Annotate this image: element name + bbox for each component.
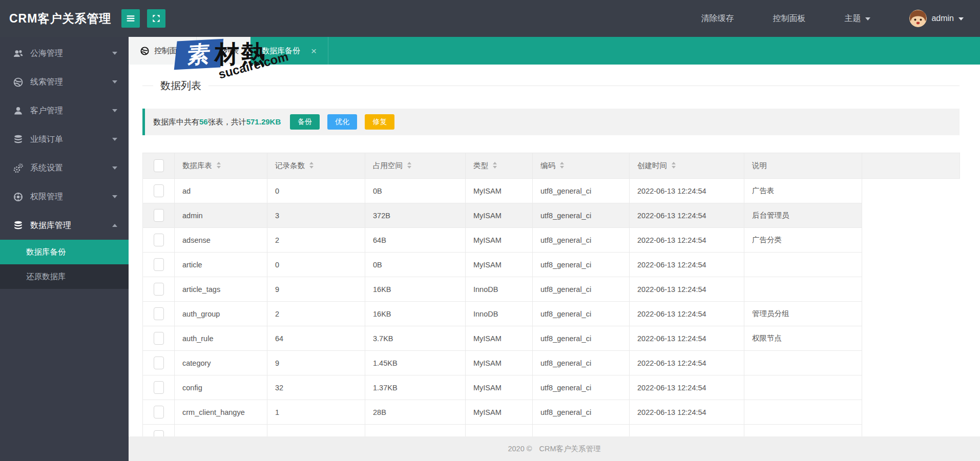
table-row[interactable]: config 32 1.37KB MyISAM utf8_general_ci … [143,375,960,400]
row-checkbox[interactable] [154,430,164,436]
globe-icon [13,77,24,88]
caret-down-icon [865,17,870,23]
col-created: 创建时间 [630,153,744,179]
cell-record-count: 32 [267,375,365,400]
row-checkbox[interactable] [154,258,164,271]
sidebar-toggle-button[interactable] [121,9,140,28]
cell-type: InnoDB [466,302,533,326]
fullscreen-button[interactable] [147,9,165,28]
cell-type [466,425,533,437]
cell-record-count: 1 [267,400,365,425]
sidebar-item-customers[interactable]: 客户管理 [0,96,129,125]
sort-icon[interactable] [309,162,314,169]
sidebar-item-database[interactable]: 数据库管理 [0,211,129,240]
row-checkbox[interactable] [154,406,164,418]
row-checkbox-cell [143,253,175,277]
ghost-cell [862,326,960,351]
row-checkbox[interactable] [154,209,164,222]
theme-dropdown[interactable]: 主题 [844,13,870,24]
app-window: CRM客户关系管理 清除缓存 控制面板 主题 [0,0,980,461]
row-checkbox[interactable] [154,381,164,394]
cell-type: MyISAM [466,326,533,351]
caret-down-icon [112,80,117,87]
cell-record-count: 0 [267,253,365,277]
user-menu[interactable]: admin [909,10,964,27]
table-row[interactable]: admin 3 372B MyISAM utf8_general_ci 2022… [143,203,960,228]
table-row[interactable]: article_tags 9 16KB InnoDB utf8_general_… [143,277,960,302]
tab-db-backup[interactable]: 数据库备份 × [251,37,328,65]
caret-down-icon [958,17,964,23]
app-title: CRM客户关系管理 [0,11,121,27]
cell-record-count: 0 [267,179,365,203]
cell-table-name [175,425,267,437]
ghost-cell [862,400,960,425]
tab-member-list[interactable]: 会员列表 [197,37,251,65]
cell-created: 2022-06-13 12:24:54 [630,253,744,277]
cell-size: 1.37KB [365,375,466,400]
row-checkbox[interactable] [154,307,164,320]
cell-size: 0B [365,253,466,277]
cell-created: 2022-06-13 12:24:54 [630,228,744,253]
sidebar-item-db-restore[interactable]: 还原数据库 [0,264,129,289]
cell-type: MyISAM [466,400,533,425]
clear-cache-link[interactable]: 清除缓存 [701,13,734,24]
sort-icon[interactable] [407,162,412,169]
cell-note [744,425,862,437]
table-row[interactable]: auth_rule 64 3.7KB MyISAM utf8_general_c… [143,326,960,351]
users-icon [13,48,24,59]
sidebar-item-leads[interactable]: 线索管理 [0,68,129,96]
cell-record-count [267,425,365,437]
cell-record-count: 2 [267,228,365,253]
table-row[interactable]: adsense 2 64B MyISAM utf8_general_ci 202… [143,228,960,253]
sidebar-item-orders[interactable]: 业绩订单 [0,125,129,154]
table-row[interactable]: ad 0 0B MyISAM utf8_general_ci 2022-06-1… [143,179,960,203]
tab-dashboard[interactable]: 控制面板 [129,37,197,65]
ghost-cell [862,351,960,375]
backup-button[interactable]: 备份 [290,114,320,130]
row-checkbox[interactable] [154,357,164,369]
topbar: CRM客户关系管理 清除缓存 控制面板 主题 [0,0,980,37]
caret-down-icon [112,166,117,173]
row-checkbox-cell [143,228,175,253]
table-body: ad 0 0B MyISAM utf8_general_ci 2022-06-1… [143,179,960,437]
sort-icon[interactable] [493,162,497,169]
sort-icon[interactable] [672,162,676,169]
cell-created: 2022-06-13 12:24:54 [630,400,744,425]
repair-button[interactable]: 修复 [365,114,394,130]
table-row[interactable]: article 0 0B MyISAM utf8_general_ci 2022… [143,253,960,277]
cell-table-name: article [175,253,267,277]
sort-icon[interactable] [217,162,221,169]
sidebar-item-settings[interactable]: 系统设置 [0,154,129,182]
sidebar-item-public-sea[interactable]: 公海管理 [0,39,129,68]
dashboard-link[interactable]: 控制面板 [773,13,805,24]
optimize-button[interactable]: 优化 [327,114,357,130]
page-title: 数据列表 [160,79,201,93]
col-table-name: 数据库表 [175,153,267,179]
cell-size: 28B [365,400,466,425]
sidebar-item-label: 线索管理 [30,77,112,88]
table-row[interactable]: category 9 1.45KB MyISAM utf8_general_ci… [143,351,960,375]
cell-table-name: article_tags [175,277,267,302]
sidebar-item-permissions[interactable]: 权限管理 [0,182,129,211]
select-all-cell [143,153,175,179]
sort-icon[interactable] [560,162,565,169]
select-all-checkbox[interactable] [154,159,164,172]
page-content: 数据列表 数据库中共有56张表，共计571.29KB 备份 优化 修复 [129,65,980,436]
close-icon[interactable]: × [311,46,317,56]
row-checkbox-cell [143,425,175,437]
row-checkbox[interactable] [154,184,164,197]
cell-created: 2022-06-13 12:24:54 [630,351,744,375]
database-submenu: 数据库备份 还原数据库 [0,240,129,289]
row-checkbox-cell [143,277,175,302]
col-encoding: 编码 [533,153,630,179]
table-row[interactable]: auth_group 2 16KB InnoDB utf8_general_ci… [143,302,960,326]
row-checkbox-cell [143,326,175,351]
table-row[interactable] [143,425,960,437]
row-checkbox[interactable] [154,332,164,345]
sidebar-item-db-backup[interactable]: 数据库备份 [0,240,129,264]
row-checkbox[interactable] [154,283,164,296]
row-checkbox[interactable] [154,234,164,246]
table-row[interactable]: crm_client_hangye 1 28B MyISAM utf8_gene… [143,400,960,425]
tab-label: 数据库备份 [262,46,300,56]
cell-table-name: admin [175,203,267,228]
